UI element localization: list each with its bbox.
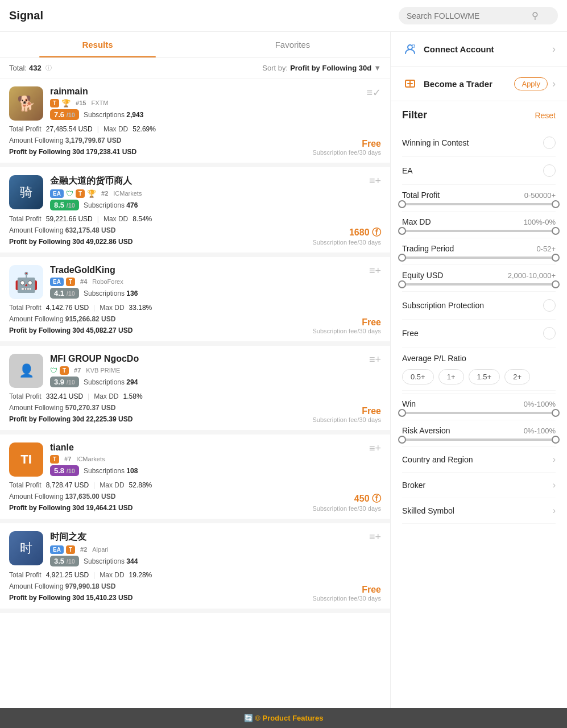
card-bottom: Total Profit 59,221.66 USD | Max DD 8.54… [9,215,381,246]
badge-broker: KVB PRIME [86,367,120,374]
score-row: 8.5 /10 Subscriptions 476 [50,200,142,210]
score-row: 4.1 /10 Subscriptions 136 [50,288,138,299]
slider-total-profit[interactable] [402,203,556,205]
info-icon[interactable]: ⓘ [45,64,52,72]
slider-max-dd[interactable] [402,230,556,232]
badge-broker: ICMarkets [113,190,142,197]
card-header: 🤖 TradeGoldKing EA T #4 RoboForex [9,265,381,299]
badge-rank: #4 [77,277,90,286]
menu-icon[interactable]: ≡✓ [366,86,381,99]
card-left: 时 时间之友 EA T #2 Alpari 3.5 /10 [9,531,138,566]
badge-rank: #7 [71,366,84,375]
slider-win[interactable] [402,412,556,414]
card-bottom-left: Total Profit 4,142.76 USD | Max DD 33.18… [9,304,152,334]
card-price: Free Subscription fee/30 days [313,139,381,156]
country-chevron-icon: › [553,454,556,465]
tab-results[interactable]: Results [0,32,195,57]
filter-reset-button[interactable]: Reset [535,111,556,120]
score-box: 3.5 /10 [50,556,79,566]
slider-risk-aversion[interactable] [402,439,556,441]
filter-label-risk-aversion: Risk Aversion [402,426,450,435]
filter-row-broker[interactable]: Broker › [402,473,556,498]
profit-row: Profit by Following 30d 19,464.21 USD [9,504,152,512]
become-trader-chevron-icon: › [552,78,556,90]
avatar: 🐕 [9,86,43,121]
search-input[interactable] [407,11,532,20]
badge-ea: EA [50,278,64,286]
menu-icon[interactable]: ≡+ [369,354,381,366]
filter-row-win: Win 0%-100% [402,394,556,420]
filter-row-total-profit: Total Profit 0-50000+ [402,185,556,212]
badge-t: T [76,189,85,198]
menu-icon[interactable]: ≡+ [369,175,381,187]
filter-toggle-subscription-protection[interactable] [543,299,556,312]
stats-row: Total Profit 59,221.66 USD | Max DD 8.54… [9,215,152,223]
table-row: 🐕 rainmain T 🏆 #15 FXTM 7.6 /10 [0,78,390,167]
badge-broker: RoboForex [92,278,123,285]
trader-info: 金融大道的货币商人 EA 🛡 T 🏆 #2 ICMarkets 8.5 /10 [50,175,142,210]
card-header: 骑 金融大道的货币商人 EA 🛡 T 🏆 #2 ICMarkets [9,175,381,210]
pl-btn-0-5[interactable]: 0.5+ [402,369,434,384]
price-label: Subscription fee/30 days [313,505,381,512]
connect-account-label: Connect Account [424,44,552,54]
menu-icon[interactable]: ≡+ [369,265,381,277]
badge-broker: FXTM [91,100,108,106]
card-left: 骑 金融大道的货币商人 EA 🛡 T 🏆 #2 ICMarkets [9,175,142,210]
menu-icon[interactable]: ≡+ [369,442,381,454]
bottom-banner: 🔄 © Product Features [0,708,567,728]
apply-button[interactable]: Apply [514,77,548,90]
filter-value-win: 0%-100% [524,400,556,408]
avatar: 时 [9,531,43,565]
pl-btn-1[interactable]: 1+ [438,369,464,384]
bottom-banner-text: 🔄 © Product Features [244,714,324,722]
trader-badges: EA T #4 RoboForex [50,277,138,286]
sort-by[interactable]: Sort by: Profit by Following 30d ▼ [262,64,381,72]
trader-name: TradeGoldKing [50,265,138,275]
connect-account-row[interactable]: Connect Account › [391,32,567,67]
badge-broker: ICMarkets [76,456,105,462]
trader-name: tianle [50,442,138,453]
price-value: Free [313,139,381,149]
filter-label-max-dd: Max DD [402,217,431,226]
pl-btn-1-5[interactable]: 1.5+ [469,369,500,384]
avatar: 骑 [9,175,43,209]
card-price: 1680 ⓕ Subscription fee/30 days [313,227,381,246]
card-price: 450 ⓕ Subscription fee/30 days [313,493,381,512]
profit-row: Profit by Following 30d 49,022.86 USD [9,238,152,246]
badge-t: T [50,455,59,464]
filter-row-subscription-protection: Subscription Protection [402,292,556,320]
filter-row-equity: Equity USD 2,000-10,000+ [402,265,556,292]
tab-favorites[interactable]: Favorites [195,32,390,57]
become-trader-row[interactable]: Become a Trader Apply › [391,67,567,101]
amount-row: Amount Following 137,635.00 USD [9,493,152,500]
price-value: Free [313,317,381,328]
skilled-symbol-chevron-icon: › [553,506,556,516]
score-box: 5.8 /10 [50,465,79,476]
filter-toggle-winning[interactable] [543,136,556,149]
card-bottom: Total Profit 4,142.76 USD | Max DD 33.18… [9,304,381,334]
filter-row-country[interactable]: Country and Region › [402,447,556,473]
filter-row-skilled-symbol[interactable]: Skilled Symbol › [402,498,556,524]
filter-value-trading-period: 0-52+ [536,245,556,253]
pl-button-group: 0.5+ 1+ 1.5+ 2+ [402,363,556,391]
filter-label-country: Country and Region [402,455,473,464]
filter-toggle-ea[interactable] [543,164,556,177]
trader-info: 时间之友 EA T #2 Alpari 3.5 /10 Subscription… [50,531,138,566]
card-left: 👤 MFI GROUP NgocDo 🛡 T #7 KVB PRIME [9,354,139,388]
search-bar[interactable]: ⚲ [399,7,558,24]
filter-label-total-profit: Total Profit [402,191,440,200]
filter-label-winning: Winning in Contest [402,138,469,147]
amount-row: Amount Following 570,270.37 USD [9,404,143,412]
slider-equity[interactable] [402,283,556,286]
broker-chevron-icon: › [553,480,556,490]
connect-account-icon [402,41,418,57]
filter-value-equity: 2,000-10,000+ [508,271,556,280]
card-header: TI tianle T #7 ICMarkets 5.8 /10 Su [9,442,381,477]
filter-value-risk-aversion: 0%-100% [524,427,556,435]
menu-icon[interactable]: ≡+ [369,531,381,543]
trader-badges: EA T #2 Alpari [50,545,138,554]
slider-trading-period[interactable] [402,257,556,259]
sort-arrow-icon: ▼ [374,64,381,72]
filter-toggle-free[interactable] [543,327,556,340]
pl-btn-2[interactable]: 2+ [504,369,530,384]
